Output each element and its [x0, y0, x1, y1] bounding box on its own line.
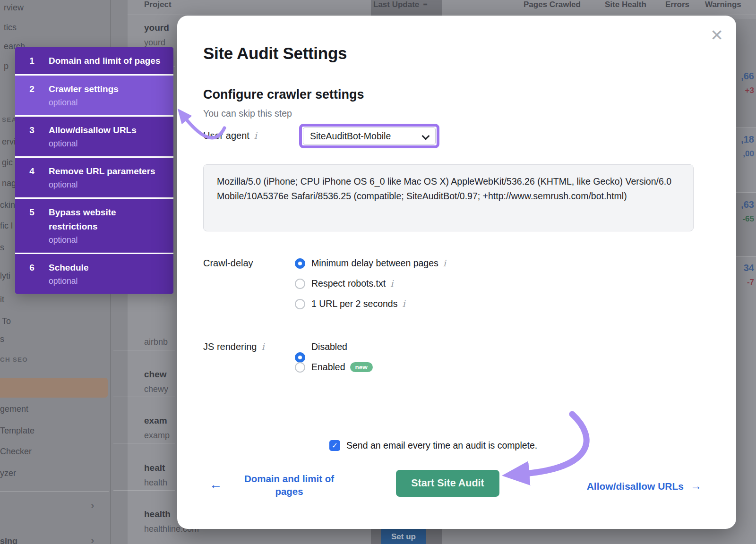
back-link-domain-limit[interactable]: Domain and limit of pages: [235, 472, 344, 498]
close-icon[interactable]: ✕: [707, 26, 726, 45]
new-badge: new: [350, 362, 373, 372]
col-header-project[interactable]: Project: [144, 0, 172, 9]
sidebar-item-overview[interactable]: rview: [4, 3, 24, 13]
chevron-right-icon[interactable]: ›: [91, 535, 94, 544]
radio-minimum-delay[interactable]: [295, 258, 305, 269]
step-title: Domain and limit of pages: [49, 56, 160, 66]
sidebar-divider: [0, 491, 109, 492]
step-title: Bypass website restrictions: [49, 207, 116, 231]
table-row-project-domain: airbnb: [144, 337, 168, 347]
start-site-audit-button[interactable]: Start Site Audit: [396, 470, 499, 497]
sidebar-item-1[interactable]: ervi: [2, 137, 16, 147]
table-row-project-name[interactable]: health: [144, 509, 171, 519]
skip-step-note: You can skip this step: [203, 108, 292, 119]
sidebar-item-site-audit-selected[interactable]: [0, 378, 108, 398]
radio-label-js-enabled[interactable]: Enabled: [311, 362, 345, 372]
sidebar-item-tool[interactable]: To: [2, 316, 11, 326]
radio-js-enabled[interactable]: [295, 362, 305, 373]
sidebar-item-audit[interactable]: it: [0, 295, 4, 305]
sidebar-item-management[interactable]: gement: [0, 404, 28, 414]
wizard-steps-panel: 1 Domain and limit of pages 2 Crawler se…: [15, 47, 173, 294]
sort-icon[interactable]: ≡: [419, 0, 427, 8]
screen: rview tics earch p SEAR ervi gic nag cki…: [0, 0, 756, 544]
step-number: 4: [15, 164, 49, 191]
modal-title: Site Audit Settings: [203, 44, 347, 63]
col-header-errors[interactable]: Errors: [665, 0, 689, 9]
radio-url-per-2s[interactable]: [295, 299, 305, 309]
sidebar-item-3[interactable]: nag: [2, 178, 16, 188]
radio-label-js-disabled[interactable]: Disabled: [311, 341, 347, 352]
info-icon[interactable]: i: [249, 130, 257, 141]
sidebar-item-analytics[interactable]: tics: [4, 23, 17, 33]
sidebar-section-tech-seo: CH SEO: [0, 356, 28, 363]
step-allow-disallow-urls[interactable]: 3 Allow/disallow URLs optional: [15, 117, 173, 158]
chevron-right-icon[interactable]: ›: [91, 500, 94, 512]
table-row-project-domain: yourd: [144, 38, 165, 48]
sidebar-item-analyzer[interactable]: yzer: [0, 468, 16, 478]
user-agent-selected-value: SiteAuditBot-Mobile: [310, 131, 423, 142]
step-optional-label: optional: [49, 234, 162, 246]
chevron-down-icon: [423, 133, 429, 139]
sidebar-item-gap[interactable]: p: [4, 61, 9, 71]
row-divider: [113, 397, 175, 397]
step-crawler-settings-active[interactable]: 2 Crawler settings optional: [15, 76, 173, 117]
configure-crawler-heading: Configure crawler settings: [203, 87, 364, 102]
sidebar-item-advertising[interactable]: sing: [0, 536, 17, 544]
sidebar-item-6[interactable]: s: [0, 243, 4, 253]
js-rendering-label: JS rendering: [203, 341, 257, 352]
sidebar-item-7[interactable]: s: [0, 334, 4, 344]
row-divider: [736, 128, 756, 128]
col-header-site-health[interactable]: Site Health: [605, 0, 646, 9]
setup-button[interactable]: Set up: [381, 527, 426, 544]
info-icon[interactable]: i: [257, 341, 264, 352]
user-agent-string: Mozilla/5.0 (iPhone; CPU iPhone OS 6_0 l…: [217, 174, 680, 204]
radio-label-url-per-2s[interactable]: 1 URL per 2 seconds: [311, 298, 397, 309]
step-number: 5: [15, 205, 49, 246]
step-optional-label: optional: [49, 137, 162, 150]
step-number: 2: [15, 82, 49, 109]
step-remove-url-parameters[interactable]: 4 Remove URL parameters optional: [15, 158, 173, 199]
table-row-project-domain: chewy: [144, 384, 168, 394]
user-agent-select[interactable]: SiteAuditBot-Mobile: [303, 128, 436, 144]
row-divider: [736, 256, 756, 257]
table-row-project-name[interactable]: exam: [144, 416, 167, 426]
col-header-pages-crawled[interactable]: Pages Crawled: [524, 0, 581, 9]
header-divider: [128, 15, 756, 15]
step-number: 1: [15, 54, 49, 68]
step-optional-label: optional: [49, 96, 162, 109]
col-header-last-update[interactable]: Last Update≡: [373, 0, 428, 9]
sidebar-item-checker[interactable]: Checker: [0, 447, 32, 457]
table-row-project-name[interactable]: chew: [144, 369, 167, 380]
step-domain-and-limit[interactable]: 1 Domain and limit of pages: [15, 47, 173, 76]
col-header-warnings[interactable]: Warnings: [705, 0, 741, 9]
radio-label-respect-robots[interactable]: Respect robots.txt: [311, 278, 386, 289]
email-checkbox[interactable]: ✓: [329, 440, 340, 451]
row-divider: [113, 490, 175, 491]
step-title: Crawler settings: [49, 84, 119, 94]
sidebar-item-template[interactable]: Template: [0, 426, 34, 436]
step-title: Remove URL parameters: [49, 166, 155, 176]
next-arrow-icon[interactable]: →: [684, 479, 702, 492]
info-icon[interactable]: i: [386, 278, 393, 289]
sidebar-item-2[interactable]: gic: [2, 158, 13, 168]
sidebar-item-analytics-2[interactable]: lyti: [0, 271, 10, 281]
step-number: 6: [15, 261, 49, 288]
step-title: Schedule: [49, 263, 88, 272]
info-icon[interactable]: i: [397, 298, 405, 309]
table-row-project-name[interactable]: healt: [144, 463, 165, 473]
user-agent-label: User agent: [203, 130, 249, 141]
sidebar-item-5[interactable]: fic l: [0, 221, 13, 231]
table-row-project-name[interactable]: yourd: [144, 23, 169, 33]
info-icon[interactable]: i: [438, 258, 446, 268]
step-schedule[interactable]: 6 Schedule optional: [15, 254, 173, 294]
row-divider: [113, 443, 175, 443]
crawl-delay-label: Crawl-delay: [203, 258, 253, 269]
back-arrow-icon[interactable]: ←: [209, 477, 222, 492]
row-divider: [736, 192, 756, 193]
step-bypass-restrictions[interactable]: 5 Bypass website restrictions optional: [15, 199, 173, 254]
sidebar-item-4[interactable]: ckin: [0, 200, 15, 210]
next-link-allow-disallow[interactable]: Allow/disallow URLs: [587, 481, 684, 492]
radio-respect-robots[interactable]: [295, 279, 305, 289]
radio-js-disabled[interactable]: [295, 352, 305, 363]
radio-label-minimum-delay[interactable]: Minimum delay between pages: [311, 258, 438, 268]
